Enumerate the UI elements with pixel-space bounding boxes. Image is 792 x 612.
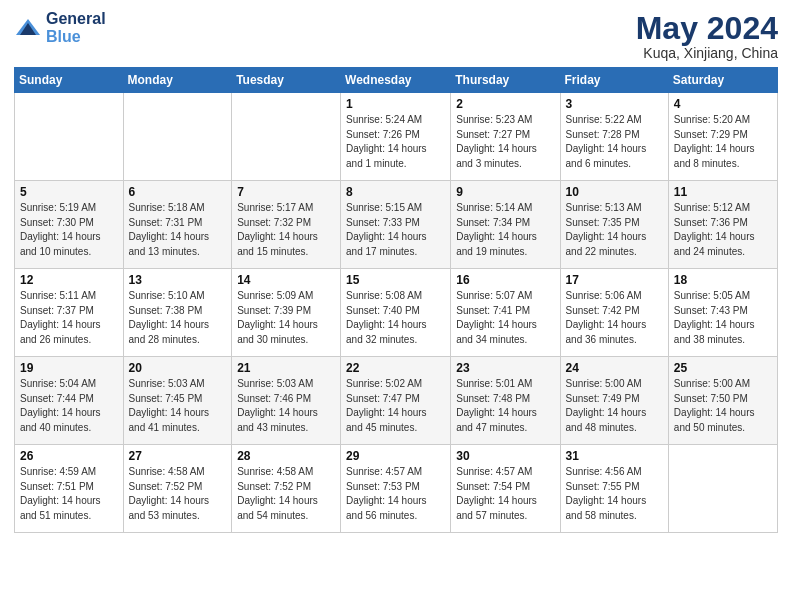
calendar-cell: 19Sunrise: 5:04 AMSunset: 7:44 PMDayligh…	[15, 357, 124, 445]
calendar-week-row: 5Sunrise: 5:19 AMSunset: 7:30 PMDaylight…	[15, 181, 778, 269]
day-number: 8	[346, 185, 445, 199]
calendar-cell: 13Sunrise: 5:10 AMSunset: 7:38 PMDayligh…	[123, 269, 232, 357]
calendar-cell	[123, 93, 232, 181]
col-header-saturday: Saturday	[668, 68, 777, 93]
logo: General Blue	[14, 10, 106, 45]
calendar-cell: 21Sunrise: 5:03 AMSunset: 7:46 PMDayligh…	[232, 357, 341, 445]
day-number: 10	[566, 185, 663, 199]
day-info: Sunrise: 5:22 AMSunset: 7:28 PMDaylight:…	[566, 113, 663, 171]
day-number: 14	[237, 273, 335, 287]
subtitle: Kuqa, Xinjiang, China	[636, 45, 778, 61]
calendar-cell: 26Sunrise: 4:59 AMSunset: 7:51 PMDayligh…	[15, 445, 124, 533]
calendar-cell: 20Sunrise: 5:03 AMSunset: 7:45 PMDayligh…	[123, 357, 232, 445]
day-info: Sunrise: 4:58 AMSunset: 7:52 PMDaylight:…	[237, 465, 335, 523]
day-info: Sunrise: 5:20 AMSunset: 7:29 PMDaylight:…	[674, 113, 772, 171]
col-header-thursday: Thursday	[451, 68, 560, 93]
day-info: Sunrise: 4:58 AMSunset: 7:52 PMDaylight:…	[129, 465, 227, 523]
calendar-cell: 27Sunrise: 4:58 AMSunset: 7:52 PMDayligh…	[123, 445, 232, 533]
calendar-cell: 11Sunrise: 5:12 AMSunset: 7:36 PMDayligh…	[668, 181, 777, 269]
calendar-cell: 3Sunrise: 5:22 AMSunset: 7:28 PMDaylight…	[560, 93, 668, 181]
calendar-cell: 12Sunrise: 5:11 AMSunset: 7:37 PMDayligh…	[15, 269, 124, 357]
day-info: Sunrise: 5:05 AMSunset: 7:43 PMDaylight:…	[674, 289, 772, 347]
day-number: 22	[346, 361, 445, 375]
day-info: Sunrise: 5:04 AMSunset: 7:44 PMDaylight:…	[20, 377, 118, 435]
calendar-cell	[15, 93, 124, 181]
day-number: 2	[456, 97, 554, 111]
day-number: 7	[237, 185, 335, 199]
day-number: 18	[674, 273, 772, 287]
calendar-week-row: 19Sunrise: 5:04 AMSunset: 7:44 PMDayligh…	[15, 357, 778, 445]
day-number: 23	[456, 361, 554, 375]
calendar-cell: 8Sunrise: 5:15 AMSunset: 7:33 PMDaylight…	[341, 181, 451, 269]
day-number: 13	[129, 273, 227, 287]
day-info: Sunrise: 5:03 AMSunset: 7:45 PMDaylight:…	[129, 377, 227, 435]
day-info: Sunrise: 5:10 AMSunset: 7:38 PMDaylight:…	[129, 289, 227, 347]
day-info: Sunrise: 5:01 AMSunset: 7:48 PMDaylight:…	[456, 377, 554, 435]
page: General Blue May 2024 Kuqa, Xinjiang, Ch…	[0, 0, 792, 612]
day-info: Sunrise: 4:57 AMSunset: 7:54 PMDaylight:…	[456, 465, 554, 523]
day-number: 30	[456, 449, 554, 463]
day-number: 16	[456, 273, 554, 287]
calendar-cell: 23Sunrise: 5:01 AMSunset: 7:48 PMDayligh…	[451, 357, 560, 445]
title-block: May 2024 Kuqa, Xinjiang, China	[636, 10, 778, 61]
calendar-cell: 15Sunrise: 5:08 AMSunset: 7:40 PMDayligh…	[341, 269, 451, 357]
day-number: 26	[20, 449, 118, 463]
day-number: 28	[237, 449, 335, 463]
calendar-cell: 25Sunrise: 5:00 AMSunset: 7:50 PMDayligh…	[668, 357, 777, 445]
day-number: 19	[20, 361, 118, 375]
day-info: Sunrise: 4:56 AMSunset: 7:55 PMDaylight:…	[566, 465, 663, 523]
day-info: Sunrise: 5:19 AMSunset: 7:30 PMDaylight:…	[20, 201, 118, 259]
calendar-cell: 9Sunrise: 5:14 AMSunset: 7:34 PMDaylight…	[451, 181, 560, 269]
day-info: Sunrise: 5:13 AMSunset: 7:35 PMDaylight:…	[566, 201, 663, 259]
calendar-cell: 28Sunrise: 4:58 AMSunset: 7:52 PMDayligh…	[232, 445, 341, 533]
day-number: 6	[129, 185, 227, 199]
day-info: Sunrise: 5:17 AMSunset: 7:32 PMDaylight:…	[237, 201, 335, 259]
calendar-cell	[668, 445, 777, 533]
calendar-table: SundayMondayTuesdayWednesdayThursdayFrid…	[14, 67, 778, 533]
calendar-cell: 30Sunrise: 4:57 AMSunset: 7:54 PMDayligh…	[451, 445, 560, 533]
calendar-cell: 14Sunrise: 5:09 AMSunset: 7:39 PMDayligh…	[232, 269, 341, 357]
calendar-cell: 5Sunrise: 5:19 AMSunset: 7:30 PMDaylight…	[15, 181, 124, 269]
calendar-cell: 4Sunrise: 5:20 AMSunset: 7:29 PMDaylight…	[668, 93, 777, 181]
day-number: 31	[566, 449, 663, 463]
col-header-monday: Monday	[123, 68, 232, 93]
calendar-cell: 22Sunrise: 5:02 AMSunset: 7:47 PMDayligh…	[341, 357, 451, 445]
day-number: 1	[346, 97, 445, 111]
day-number: 27	[129, 449, 227, 463]
logo-text: General Blue	[46, 10, 106, 45]
day-number: 4	[674, 97, 772, 111]
calendar-header-row: SundayMondayTuesdayWednesdayThursdayFrid…	[15, 68, 778, 93]
calendar-cell: 18Sunrise: 5:05 AMSunset: 7:43 PMDayligh…	[668, 269, 777, 357]
day-number: 11	[674, 185, 772, 199]
day-number: 17	[566, 273, 663, 287]
day-info: Sunrise: 5:07 AMSunset: 7:41 PMDaylight:…	[456, 289, 554, 347]
day-info: Sunrise: 5:00 AMSunset: 7:49 PMDaylight:…	[566, 377, 663, 435]
day-number: 21	[237, 361, 335, 375]
logo-icon	[14, 17, 42, 39]
day-info: Sunrise: 5:15 AMSunset: 7:33 PMDaylight:…	[346, 201, 445, 259]
day-info: Sunrise: 5:02 AMSunset: 7:47 PMDaylight:…	[346, 377, 445, 435]
day-info: Sunrise: 5:14 AMSunset: 7:34 PMDaylight:…	[456, 201, 554, 259]
day-number: 5	[20, 185, 118, 199]
day-info: Sunrise: 5:06 AMSunset: 7:42 PMDaylight:…	[566, 289, 663, 347]
calendar-cell	[232, 93, 341, 181]
main-title: May 2024	[636, 10, 778, 47]
calendar-week-row: 1Sunrise: 5:24 AMSunset: 7:26 PMDaylight…	[15, 93, 778, 181]
calendar-cell: 17Sunrise: 5:06 AMSunset: 7:42 PMDayligh…	[560, 269, 668, 357]
day-number: 12	[20, 273, 118, 287]
calendar-cell: 31Sunrise: 4:56 AMSunset: 7:55 PMDayligh…	[560, 445, 668, 533]
day-info: Sunrise: 5:08 AMSunset: 7:40 PMDaylight:…	[346, 289, 445, 347]
calendar-cell: 1Sunrise: 5:24 AMSunset: 7:26 PMDaylight…	[341, 93, 451, 181]
calendar-cell: 7Sunrise: 5:17 AMSunset: 7:32 PMDaylight…	[232, 181, 341, 269]
day-info: Sunrise: 5:24 AMSunset: 7:26 PMDaylight:…	[346, 113, 445, 171]
calendar-cell: 2Sunrise: 5:23 AMSunset: 7:27 PMDaylight…	[451, 93, 560, 181]
day-number: 29	[346, 449, 445, 463]
day-info: Sunrise: 5:23 AMSunset: 7:27 PMDaylight:…	[456, 113, 554, 171]
header: General Blue May 2024 Kuqa, Xinjiang, Ch…	[14, 10, 778, 61]
day-info: Sunrise: 5:18 AMSunset: 7:31 PMDaylight:…	[129, 201, 227, 259]
calendar-cell: 29Sunrise: 4:57 AMSunset: 7:53 PMDayligh…	[341, 445, 451, 533]
day-number: 15	[346, 273, 445, 287]
calendar-week-row: 26Sunrise: 4:59 AMSunset: 7:51 PMDayligh…	[15, 445, 778, 533]
calendar-cell: 24Sunrise: 5:00 AMSunset: 7:49 PMDayligh…	[560, 357, 668, 445]
col-header-wednesday: Wednesday	[341, 68, 451, 93]
